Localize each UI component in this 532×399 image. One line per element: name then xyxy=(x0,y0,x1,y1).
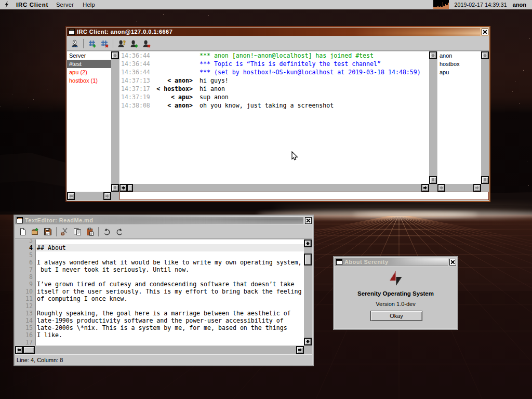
editor-line-number: 3 xyxy=(15,240,35,244)
irc-titlebar[interactable]: IRC Client: anon@127.0.0.1:6667 xyxy=(67,28,489,36)
join-channel-icon[interactable] xyxy=(88,39,96,48)
menubar-clock[interactable]: 2019-02-17 14:39:31 xyxy=(454,2,507,8)
editor-line: Roughly speaking, the goal here is a mar… xyxy=(36,310,304,317)
cpu-graph-widget[interactable] xyxy=(433,0,449,9)
irc-close-button[interactable] xyxy=(482,29,488,35)
new-document-icon[interactable] xyxy=(19,228,27,236)
close-icon xyxy=(483,30,487,34)
okay-button[interactable]: Okay xyxy=(370,311,422,321)
menu-item-server[interactable]: Server xyxy=(56,2,74,8)
paste-icon[interactable] xyxy=(86,228,94,236)
scroll-right-button[interactable] xyxy=(103,192,111,200)
about-version: Version 1.0-dev xyxy=(335,301,457,307)
chat-message: 14:36:44*** anon [anon!~anon@localhost] … xyxy=(119,51,429,60)
scroll-down-button[interactable] xyxy=(111,184,119,192)
irc-chat-log[interactable]: 14:36:44*** anon [anon!~anon@localhost] … xyxy=(119,51,429,184)
pane-corner xyxy=(304,346,312,354)
scroll-left-button[interactable] xyxy=(15,346,23,354)
channel-list-vscrollbar[interactable] xyxy=(111,51,119,192)
about-product-name: Serenity Operating System xyxy=(335,290,457,297)
editor-line xyxy=(36,339,304,345)
irc-user-list[interactable]: anonhostboxapu xyxy=(437,51,481,184)
about-titlebar[interactable]: About Serenity xyxy=(335,258,457,267)
texteditor-titlebar[interactable]: TextEditor: ReadMe.md xyxy=(15,216,312,225)
arrow-left-icon xyxy=(439,185,444,190)
editor-line: of computing I once knew. xyxy=(36,295,304,302)
user-list-vscrollbar[interactable] xyxy=(481,51,489,184)
open-document-icon[interactable] xyxy=(31,228,39,236)
editor-line xyxy=(36,240,304,244)
channel-list-item[interactable]: Server xyxy=(67,51,111,60)
scroll-up-button[interactable] xyxy=(111,51,119,59)
message-text: oh you know, just taking a screenshot xyxy=(200,102,334,109)
texteditor-close-button[interactable] xyxy=(305,217,312,224)
scroll-left-button[interactable] xyxy=(119,184,127,192)
irc-message-input[interactable] xyxy=(119,192,489,200)
redo-icon[interactable] xyxy=(115,228,124,236)
editor-line-number: 15 xyxy=(15,324,35,331)
scroll-up-button[interactable] xyxy=(304,240,312,247)
arrow-left-icon xyxy=(121,185,126,190)
scroll-thumb[interactable] xyxy=(127,184,133,192)
menu-item-help[interactable]: Help xyxy=(83,2,95,8)
scroll-thumb[interactable] xyxy=(304,254,312,265)
scroll-left-button[interactable] xyxy=(437,184,445,192)
scroll-thumb[interactable] xyxy=(23,346,35,354)
channel-list-item[interactable]: #test xyxy=(67,60,111,68)
chat-vscrollbar[interactable] xyxy=(429,51,437,184)
scroll-up-button[interactable] xyxy=(481,51,489,59)
menu-app-name[interactable]: IRC Client xyxy=(16,2,48,8)
undo-icon[interactable] xyxy=(103,228,111,236)
editor-line: I always wondered what it would be like … xyxy=(36,259,304,266)
scroll-right-button[interactable] xyxy=(473,184,481,192)
scroll-down-button[interactable] xyxy=(481,176,489,184)
scroll-right-button[interactable] xyxy=(421,184,429,192)
pane-corner xyxy=(481,184,489,192)
cut-icon[interactable] xyxy=(61,228,69,236)
user-list-item[interactable]: apu xyxy=(437,68,481,76)
save-document-icon[interactable] xyxy=(44,228,52,236)
chat-message: 14:37:17< hostbox>hi anon xyxy=(119,85,429,93)
texteditor-window-body: 34567891011121314151617 ## AboutI always… xyxy=(15,225,312,365)
editor-line xyxy=(36,273,304,281)
about-window-title: About Serenity xyxy=(344,259,389,265)
editor-statusbar: Line: 4, Column: 8 xyxy=(15,354,312,365)
scroll-left-button[interactable] xyxy=(67,192,75,200)
channel-list-item[interactable]: apu (2) xyxy=(67,68,111,76)
part-channel-icon[interactable] xyxy=(100,39,109,48)
pane-corner xyxy=(429,184,437,192)
titlebar-stripes xyxy=(96,217,303,224)
open-query-icon[interactable] xyxy=(130,39,138,48)
chat-hscrollbar[interactable] xyxy=(119,184,429,192)
channel-list-item[interactable]: hostbox (1) xyxy=(67,76,111,85)
arrow-up-icon xyxy=(431,53,435,58)
whois-icon[interactable]: ? xyxy=(117,39,126,48)
editor-hscrollbar[interactable] xyxy=(15,346,304,354)
system-menu-bolt-icon[interactable] xyxy=(4,1,9,8)
irc-channel-list[interactable]: Server#testapu (2)hostbox (1) xyxy=(67,51,111,192)
irc-window-title: IRC Client: anon@127.0.0.1:6667 xyxy=(77,29,172,35)
scroll-right-button[interactable] xyxy=(296,346,304,354)
channel-list-hscrollbar[interactable] xyxy=(67,192,111,200)
about-close-button[interactable] xyxy=(449,259,456,265)
editor-vscrollbar[interactable] xyxy=(304,240,312,345)
editor-line-number: 10 xyxy=(15,288,35,295)
close-query-icon[interactable] xyxy=(142,39,151,48)
user-list-item[interactable]: hostbox xyxy=(437,60,481,68)
editor-text-area[interactable]: ## AboutI always wondered what it would … xyxy=(36,240,304,345)
arrow-down-icon xyxy=(483,178,487,182)
toolbar-separator xyxy=(113,39,113,48)
titlebar-stripes xyxy=(392,258,448,265)
scroll-up-button[interactable] xyxy=(429,51,437,59)
arrow-down-icon xyxy=(305,339,310,344)
close-icon xyxy=(306,218,311,223)
scroll-down-button[interactable] xyxy=(304,338,312,345)
message-text: sup anon xyxy=(200,94,229,101)
arrow-left-icon xyxy=(17,348,21,352)
scroll-down-button[interactable] xyxy=(429,176,437,184)
user-list-hscrollbar[interactable] xyxy=(437,184,481,192)
copy-icon[interactable] xyxy=(73,228,82,236)
user-list-item[interactable]: anon xyxy=(437,51,481,60)
change-nick-icon[interactable] xyxy=(71,39,79,48)
mouse-cursor xyxy=(291,151,298,161)
